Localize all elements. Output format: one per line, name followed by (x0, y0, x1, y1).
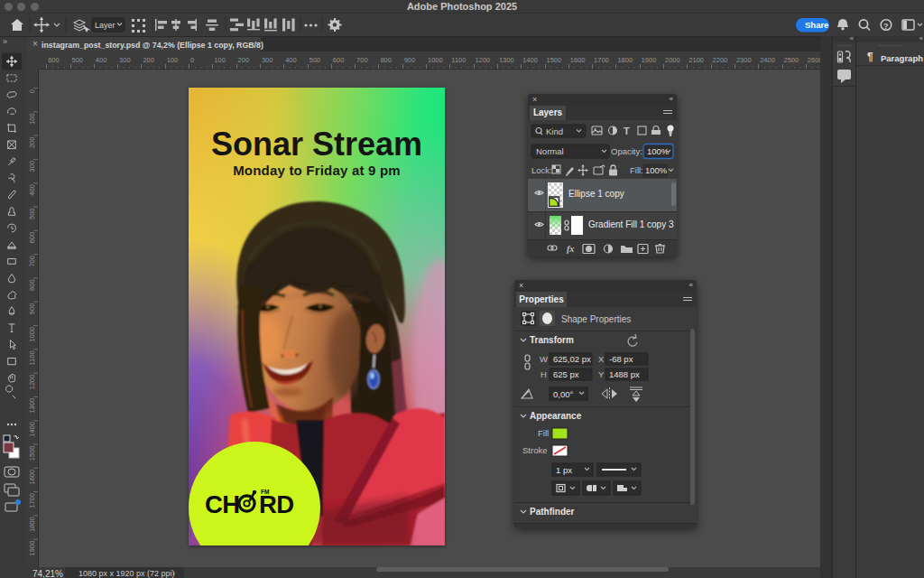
svg-text:T: T (624, 126, 630, 136)
svg-text:1000: 1000 (28, 327, 36, 342)
svg-text:Pathfinder: Pathfinder (530, 507, 575, 517)
svg-text:1800: 1800 (28, 517, 36, 532)
svg-text:Monday to Friday at 9 pm: Monday to Friday at 9 pm (233, 163, 401, 178)
svg-text:FM: FM (261, 489, 269, 495)
svg-text:1600: 1600 (28, 470, 36, 485)
svg-text:fx: fx (567, 244, 574, 254)
svg-text:1400: 1400 (28, 422, 36, 437)
svg-text:1100: 1100 (28, 350, 36, 365)
svg-text:800: 800 (28, 279, 36, 291)
svg-text:0: 0 (28, 89, 36, 93)
svg-text:100%: 100% (645, 165, 668, 175)
svg-text:1700: 1700 (28, 493, 36, 508)
svg-text:X: X (598, 354, 605, 364)
svg-text:700: 700 (28, 256, 36, 267)
svg-text:Y: Y (598, 369, 605, 379)
svg-text:Fill:: Fill: (630, 165, 643, 175)
svg-text:1 px: 1 px (556, 465, 572, 475)
svg-text:Kind: Kind (546, 126, 563, 136)
svg-text:Layer: Layer (95, 21, 116, 30)
svg-text:300: 300 (28, 161, 36, 172)
svg-text:Stroke: Stroke (522, 445, 547, 455)
svg-text:Fill: Fill (538, 428, 549, 438)
svg-text:200: 200 (28, 137, 36, 149)
svg-text:CH: CH (205, 490, 240, 518)
svg-text:H: H (541, 369, 547, 379)
svg-text:1200: 1200 (28, 375, 36, 390)
svg-text:100%: 100% (647, 146, 670, 156)
svg-text:Transform: Transform (530, 335, 574, 345)
svg-text:Opacity:: Opacity: (611, 146, 642, 156)
svg-text:Normal: Normal (536, 146, 564, 156)
svg-text:0,00°: 0,00° (553, 389, 573, 399)
svg-text:Shape Properties: Shape Properties (561, 314, 631, 324)
svg-text:Appearance: Appearance (530, 411, 582, 421)
svg-text:625,02 px: 625,02 px (553, 354, 591, 364)
svg-text:?: ? (883, 22, 889, 31)
svg-text:500: 500 (28, 209, 36, 220)
svg-text:600: 600 (28, 232, 36, 244)
svg-text:Sonar Stream: Sonar Stream (211, 126, 422, 163)
svg-text:100: 100 (28, 113, 36, 125)
svg-text:625 px: 625 px (553, 369, 579, 379)
svg-text:Lock:: Lock: (531, 165, 552, 175)
svg-text:900: 900 (28, 303, 36, 315)
svg-text:W: W (540, 354, 548, 364)
svg-text:Share: Share (805, 20, 828, 30)
svg-text:1488 px: 1488 px (609, 369, 640, 379)
svg-text:-68 px: -68 px (609, 354, 633, 364)
svg-text:1900: 1900 (28, 541, 36, 556)
svg-text:1300: 1300 (28, 398, 36, 414)
svg-text:1500: 1500 (28, 446, 36, 461)
svg-text:400: 400 (28, 184, 36, 196)
